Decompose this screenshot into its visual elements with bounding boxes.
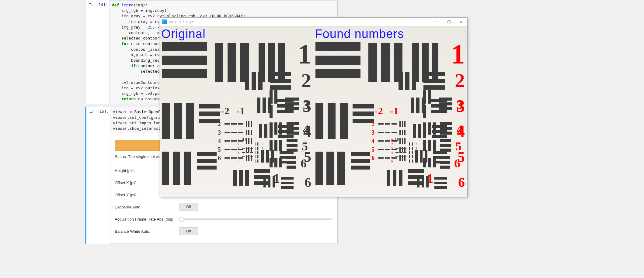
- big-digit-2: 2: [301, 69, 311, 92]
- close-button[interactable]: [455, 18, 467, 26]
- hbars-by-4: [432, 125, 447, 142]
- slider[interactable]: [179, 218, 333, 220]
- center-nest: 0 12 23 34 45 56 6: [238, 138, 265, 165]
- vbars-by-2: [399, 72, 419, 91]
- big-digit-4: 4: [303, 122, 311, 140]
- image-left-original: Original12-2-1234560 12 23 34 45 56 6345…: [160, 26, 314, 197]
- mid-left-hbars-1: [353, 104, 374, 127]
- big-digit-1: 1: [298, 39, 311, 70]
- big-digit-3: 3: [456, 96, 465, 116]
- maximize-button[interactable]: [443, 18, 455, 26]
- center-nest: 0 12 23 34 45 56 6: [391, 138, 419, 165]
- minimize-button[interactable]: [431, 18, 443, 26]
- image-right-found: Found numbers12-2-1234560 12 23 34 45 56…: [314, 26, 467, 197]
- vbars-by-4: [259, 124, 275, 139]
- control-row-4: Acquisition Frame Rate Abs [fps]:: [115, 213, 333, 225]
- mid-left-vbars-1: [162, 103, 198, 140]
- prompt-in-14: In [14]:: [85, 0, 109, 104]
- slider-thumb[interactable]: [179, 217, 184, 222]
- mid-left-vbars-2: [315, 152, 348, 186]
- control-label: Acquisition Frame Rate Abs [fps]:: [115, 217, 176, 221]
- big-digit-1: 1: [451, 39, 465, 70]
- hbars-by-4: [278, 125, 294, 142]
- vbars-by-3: [411, 98, 427, 114]
- top-left-hbars: [315, 42, 361, 84]
- app-icon: [162, 19, 167, 24]
- vbars-by-6: [263, 176, 277, 189]
- camera-image-content: Original12-2-1234560 12 23 34 45 56 6345…: [160, 26, 467, 197]
- vbars-by-6: [417, 176, 431, 189]
- top-left-hbars: [162, 42, 207, 84]
- overlay-found-numbers: Found numbers: [315, 27, 404, 41]
- hbars-by-3: [277, 99, 294, 116]
- big-digit-5: 5: [458, 149, 465, 165]
- vbars-by-5: [415, 150, 430, 164]
- mid-left-vbars-2: [162, 152, 195, 186]
- hbars-by-6: [281, 177, 294, 192]
- big-digit-6: 6: [458, 175, 465, 190]
- control-label: Balance White Auto:: [115, 229, 176, 234]
- control-row-5: Balance White Auto:Off: [115, 225, 333, 237]
- hbars-by-6: [434, 177, 447, 192]
- hbars-by-5: [433, 151, 447, 167]
- big-digit-6: 6: [305, 175, 311, 190]
- big-digit-5: 5: [304, 149, 311, 165]
- toggle-balancewhiteauto[interactable]: Off: [179, 227, 198, 235]
- neg-labels: -2-1: [374, 105, 399, 117]
- hbars-by-5: [280, 151, 294, 167]
- vbars-by-4: [413, 124, 428, 139]
- window-title: camera_image: [169, 20, 431, 24]
- toggle-exposureauto[interactable]: Off: [179, 203, 198, 211]
- vbars-by-2: [245, 72, 265, 91]
- camera-image-window: camera_image Original12-2-1234560 12 23 …: [160, 17, 468, 197]
- hbars-by-3: [431, 99, 447, 116]
- window-titlebar[interactable]: camera_image: [160, 18, 467, 26]
- mid-left-vbars-1: [315, 103, 352, 140]
- svg-rect-1: [448, 21, 450, 23]
- control-label: Exposure Auto:: [115, 205, 176, 209]
- neg-labels: -2-1: [221, 105, 245, 117]
- big-digit-4: 4: [457, 122, 465, 140]
- prompt-in-15: In [15]:: [86, 107, 110, 244]
- mid-left-hbars-2: [351, 152, 370, 173]
- vbars-by-5: [261, 150, 276, 164]
- mid-left-hbars-2: [197, 152, 217, 173]
- overlay-original: Original: [161, 27, 206, 41]
- control-row-3: Exposure Auto:Off: [115, 201, 333, 213]
- mid-left-hbars-1: [199, 104, 220, 127]
- vbars-by-3: [257, 98, 273, 114]
- big-digit-2: 2: [455, 69, 465, 92]
- big-digit-3: 3: [303, 96, 311, 116]
